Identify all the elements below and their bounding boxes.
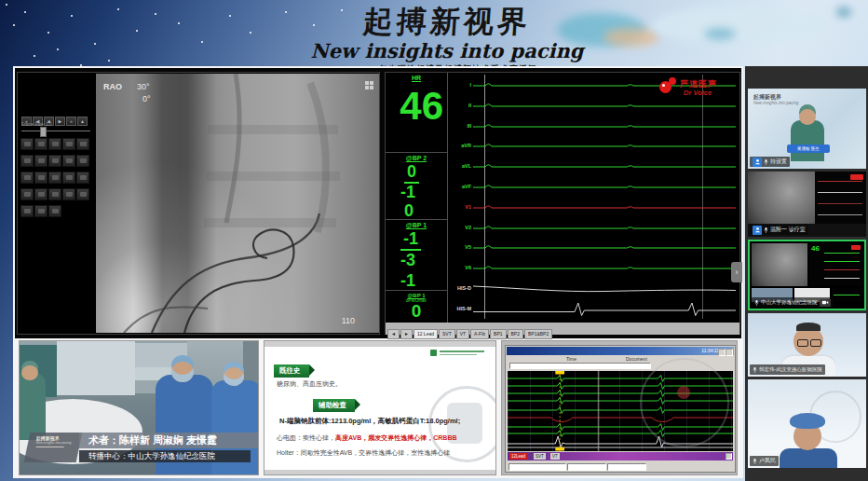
hr-tile: HR 46 bbox=[386, 73, 447, 153]
mini-monitor-view: 46 bbox=[809, 243, 862, 286]
person-icon bbox=[753, 158, 762, 167]
tool-button[interactable] bbox=[76, 155, 89, 167]
frame-slider-track[interactable] bbox=[21, 131, 90, 131]
frame-slider-thumb[interactable] bbox=[40, 127, 47, 137]
ep-tab-svt[interactable]: SVT bbox=[534, 453, 546, 460]
hr-label: HR bbox=[386, 73, 447, 81]
watercolor-blob bbox=[604, 28, 659, 47]
tool-button[interactable] bbox=[34, 138, 47, 150]
tool-button[interactable] bbox=[20, 138, 34, 150]
history-text: 糖尿病、高血压病史。 bbox=[277, 379, 342, 389]
ecg-wave-area: IIIIIIaVRaVLaVFV1V2V5V6HIS-DHIS-M bbox=[453, 75, 738, 321]
ecg-waveform bbox=[473, 178, 736, 197]
participant-thumb-doctor[interactable]: 韩宏伟-武汉亚洲心脏病医院 bbox=[748, 313, 866, 377]
surgeon-right-head bbox=[224, 367, 244, 386]
ecg-lead-row: HIS-D bbox=[453, 280, 738, 298]
tool-button[interactable] bbox=[20, 155, 34, 167]
tool-button[interactable] bbox=[76, 172, 89, 184]
tool-button[interactable] bbox=[48, 205, 61, 217]
bp2-tile: @BP 2 0 -1 0 bbox=[386, 153, 447, 220]
play-button[interactable]: ▶ bbox=[55, 117, 65, 126]
drvoice-watermark bbox=[640, 358, 729, 447]
history-ribbon: 既往史 bbox=[274, 364, 309, 378]
layout-grid-icon[interactable] bbox=[365, 81, 373, 89]
bp1-value-1: -1 bbox=[400, 229, 421, 251]
broadcast-center-text: 转播中心：中山大学孙逸仙纪念医院 bbox=[88, 451, 215, 462]
tool-button[interactable] bbox=[62, 172, 75, 184]
sidebar-collapse-button[interactable]: › bbox=[731, 262, 742, 282]
tool-button[interactable] bbox=[76, 138, 89, 150]
scroll-right-button[interactable] bbox=[726, 453, 732, 460]
tab-afib[interactable]: A-Fib bbox=[470, 329, 489, 339]
jump-end-button[interactable]: » bbox=[66, 117, 76, 126]
participants-sidebar: 起搏新视界 New insights into pacing 黄博翰 医生 待设… bbox=[745, 66, 868, 481]
mic-icon bbox=[754, 299, 759, 307]
tool-button[interactable] bbox=[34, 205, 47, 217]
ep-tab-vt[interactable]: VT bbox=[550, 453, 560, 460]
tool-button[interactable] bbox=[76, 188, 89, 200]
participant-thumb-active[interactable]: 46 中山大学孙逸仙纪念医院 bbox=[748, 240, 866, 310]
dp-value: 0 bbox=[386, 301, 447, 322]
ep-mode-chip[interactable]: 12Lead bbox=[509, 453, 527, 460]
tool-button[interactable] bbox=[34, 155, 47, 167]
tool-button[interactable] bbox=[48, 155, 61, 167]
tool-button[interactable] bbox=[48, 172, 61, 184]
mini-ep-view bbox=[832, 288, 862, 302]
slide-top-strip bbox=[264, 341, 496, 347]
tab-nav-forward[interactable]: ► bbox=[400, 329, 413, 339]
tab-vt[interactable]: VT bbox=[456, 329, 469, 339]
ep-scrollbar[interactable]: 12Lead SVT VT bbox=[508, 452, 733, 460]
time-column-header: Time bbox=[566, 356, 576, 362]
tool-button[interactable] bbox=[62, 155, 75, 167]
ep-title-bar[interactable]: 11:34:11 bbox=[507, 347, 734, 355]
or-wall bbox=[57, 341, 135, 395]
participant-thumb-surgeon[interactable]: 卢凤民 bbox=[748, 379, 866, 468]
document-column-header: Document bbox=[626, 356, 647, 362]
lead-label: V6 bbox=[453, 265, 471, 270]
tab-bp2[interactable]: BP2 bbox=[508, 329, 523, 339]
tab-nav-back[interactable]: ◄ bbox=[387, 329, 400, 339]
lead-label: I bbox=[453, 82, 471, 88]
participant-label-bar: 卢凤民 bbox=[750, 456, 779, 466]
banner-logo-en: New insights into pacing bbox=[36, 441, 81, 445]
ecg-monitor-panel: HR 46 @BP 2 0 -1 0 @BP 1 -1 -3 -1 @BP 1 … bbox=[385, 72, 740, 335]
tab-svt[interactable]: SVT bbox=[439, 329, 455, 339]
tab-bp1[interactable]: BP1 bbox=[490, 329, 506, 339]
eject-button[interactable]: ▲ bbox=[77, 117, 88, 126]
presenter-head bbox=[799, 109, 816, 125]
person-icon bbox=[753, 226, 762, 235]
presenter-body bbox=[791, 120, 824, 161]
participant-label-bar: 中山大学孙逸仙纪念医院 bbox=[752, 297, 834, 308]
participant-name: 待设置 bbox=[770, 158, 787, 166]
frame-rate-label: Frame Rate: 0.0 bbox=[21, 122, 52, 127]
tool-button[interactable] bbox=[20, 205, 34, 217]
participant-thumb-presenter[interactable]: 起搏新视界 New insights into pacing 黄博翰 医生 待设… bbox=[748, 89, 866, 169]
tool-button[interactable] bbox=[48, 138, 61, 150]
ep-entry-field[interactable] bbox=[509, 363, 651, 369]
logo-highlight bbox=[662, 84, 665, 87]
fluoro-toolbar: «◀■▶»▲ Frame Rate: 0.0 bbox=[20, 106, 94, 302]
ecg-finding-red: 高度AVB，频发交界性逸搏心律，CRBBB bbox=[335, 434, 457, 441]
mini-fluoro-view bbox=[752, 243, 807, 286]
participant-name: 温附一 诊疗室 bbox=[770, 226, 806, 234]
participant-label-bar: 韩宏伟-武汉亚洲心脏病医院 bbox=[750, 364, 825, 375]
tool-button[interactable] bbox=[20, 188, 34, 200]
tab-12lead[interactable]: 12 Lead bbox=[414, 329, 438, 339]
camera-icon[interactable] bbox=[820, 299, 831, 307]
tab-bp1bp2[interactable]: BP1&BP2 bbox=[524, 329, 552, 339]
tool-button[interactable] bbox=[34, 188, 47, 200]
tool-button[interactable] bbox=[34, 172, 47, 184]
tool-button[interactable] bbox=[48, 188, 61, 200]
holter-finding: Holter：间歇性完全性AVB，交界性逸搏心律，室性逸搏心律 bbox=[277, 448, 450, 458]
participant-name: 中山大学孙逸仙纪念医院 bbox=[761, 299, 818, 306]
surgeon-center-head bbox=[171, 362, 194, 382]
tool-button[interactable] bbox=[62, 188, 75, 200]
lead-label: aVR bbox=[453, 143, 471, 148]
participant-thumb-lab[interactable]: 温附一 诊疗室 bbox=[748, 172, 866, 237]
monitor-tab-bar: ◄►12 LeadSVTVTA-FibBP1BP2BP1&BP2 bbox=[386, 323, 739, 335]
projection-label: RAO bbox=[103, 82, 122, 91]
slide-bottom-strip bbox=[264, 470, 496, 474]
tool-button[interactable] bbox=[20, 172, 34, 184]
glasses-icon bbox=[810, 339, 821, 347]
tool-button[interactable] bbox=[62, 138, 75, 150]
